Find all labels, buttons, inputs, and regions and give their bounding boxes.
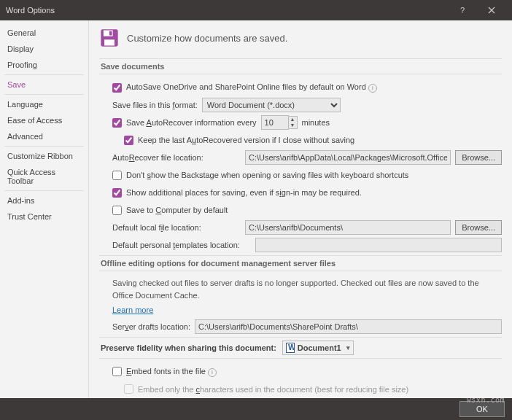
embed-only-characters-label: Embed only the characters used in the do… <box>138 385 408 394</box>
svg-rect-3 <box>104 39 115 45</box>
content-panel: Customize how documents are saved. Save … <box>89 20 512 398</box>
sidebar-item-customize-ribbon[interactable]: Customize Ribbon <box>0 148 88 164</box>
sidebar-item-language[interactable]: Language <box>0 96 88 112</box>
sidebar-item-trust-center[interactable]: Trust Center <box>0 209 88 225</box>
autorecover-label: Save AutoRecover information every <box>126 118 257 127</box>
section-preserve-fidelity: Preserve fidelity when sharing this docu… <box>99 337 502 359</box>
show-additional-checkbox[interactable] <box>112 188 122 198</box>
browse-local-button[interactable]: Browse... <box>455 220 502 235</box>
autorecover-location-input[interactable] <box>245 150 451 165</box>
offline-note: Saving checked out files to server draft… <box>112 277 502 301</box>
server-drafts-input[interactable] <box>195 319 502 334</box>
autorecover-minutes-spinner[interactable]: ▲▼ <box>261 115 298 130</box>
close-button[interactable] <box>477 0 506 20</box>
titlebar: Word Options ? <box>0 0 512 20</box>
svg-text:W: W <box>288 343 295 351</box>
dont-show-backstage-checkbox[interactable] <box>112 171 122 180</box>
minutes-label: minutes <box>302 118 330 127</box>
embed-fonts-checkbox[interactable] <box>112 367 122 376</box>
document-select-value: Document1 <box>298 343 341 352</box>
sidebar-item-ease-of-access[interactable]: Ease of Access <box>0 112 88 128</box>
chevron-up-icon[interactable]: ▲ <box>289 117 297 122</box>
save-icon <box>99 28 120 48</box>
save-format-label: Save files in this format: <box>112 101 198 109</box>
close-icon <box>488 7 495 14</box>
embed-only-characters-checkbox <box>124 384 133 394</box>
sidebar-item-advanced[interactable]: Advanced <box>0 128 88 144</box>
browse-autorecover-button[interactable]: Browse... <box>455 150 502 165</box>
keep-last-label: Keep the last AutoRecovered version if I… <box>138 136 354 144</box>
save-to-computer-checkbox[interactable] <box>112 206 122 215</box>
dialog-footer: OK <box>0 398 512 420</box>
preserve-fidelity-label: Preserve fidelity when sharing this docu… <box>101 343 276 352</box>
save-format-select[interactable]: Word Document (*.docx) <box>202 98 341 112</box>
info-icon[interactable]: i <box>368 84 377 93</box>
autosave-label: AutoSave OneDrive and SharePoint Online … <box>126 82 377 93</box>
chevron-down-icon[interactable]: ▼ <box>289 122 297 128</box>
sidebar-separator <box>4 94 84 95</box>
keep-last-checkbox[interactable] <box>124 136 133 145</box>
default-templates-label: Default personal templates location: <box>112 241 251 249</box>
autorecover-checkbox[interactable] <box>112 118 122 128</box>
word-doc-icon: W <box>286 343 295 353</box>
document-select[interactable]: W Document1 <box>282 341 354 355</box>
sidebar-separator <box>4 146 84 147</box>
show-additional-label: Show additional places for saving, even … <box>126 188 362 197</box>
svg-rect-2 <box>109 31 112 36</box>
autosave-checkbox[interactable] <box>112 83 122 93</box>
sidebar: General Display Proofing Save Language E… <box>0 20 89 398</box>
sidebar-item-proofing[interactable]: Proofing <box>0 57 88 73</box>
autorecover-minutes-input[interactable] <box>261 115 289 130</box>
save-to-computer-label: Save to Computer by default <box>126 206 228 214</box>
embed-fonts-label: Embed fonts in the file i <box>126 367 217 377</box>
server-drafts-label: Server drafts location: <box>112 322 190 331</box>
help-button[interactable]: ? <box>448 0 477 20</box>
section-save-documents: Save documents <box>99 58 502 74</box>
page-header: Customize how documents are saved. <box>99 28 502 48</box>
sidebar-separator <box>4 74 84 75</box>
section-offline-editing: Offline editing options for document man… <box>99 255 502 271</box>
learn-more-link[interactable]: Learn more <box>112 306 153 314</box>
default-local-location-input[interactable] <box>245 220 451 235</box>
sidebar-item-quick-access-toolbar[interactable]: Quick Access Toolbar <box>0 164 88 189</box>
sidebar-item-add-ins[interactable]: Add-ins <box>0 192 88 209</box>
sidebar-item-save[interactable]: Save <box>0 77 88 93</box>
sidebar-separator <box>4 190 84 191</box>
window-title: Word Options <box>6 6 448 15</box>
default-templates-input[interactable] <box>255 238 502 252</box>
autorecover-location-label: AutoRecover file location: <box>112 153 241 162</box>
sidebar-item-display[interactable]: Display <box>0 41 88 57</box>
default-local-location-label: Default local file location: <box>112 223 241 232</box>
info-icon[interactable]: i <box>208 368 217 377</box>
page-title: Customize how documents are saved. <box>127 33 287 44</box>
watermark: wsxn.com <box>467 396 505 404</box>
sidebar-item-general[interactable]: General <box>0 25 88 41</box>
dont-show-backstage-label: Don't show the Backstage when opening or… <box>126 171 408 179</box>
